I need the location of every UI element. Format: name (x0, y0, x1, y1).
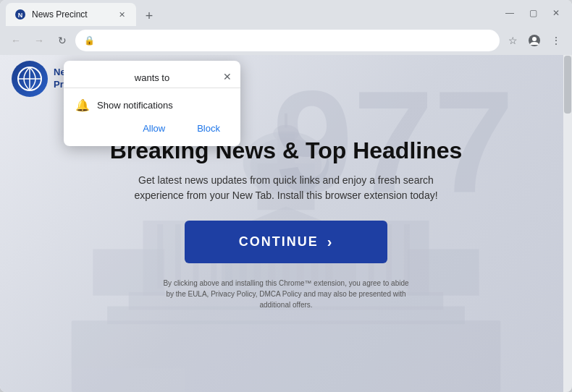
notification-popup: wants to ✕ 🔔 Show notifications Allow Bl… (64, 61, 240, 146)
continue-label: CONTINUE (239, 234, 319, 250)
tab-strip: N News Precinct ✕ + (6, 0, 500, 26)
popup-divider (64, 88, 240, 88)
logo-circle (12, 61, 48, 97)
chevron-icon: › (327, 234, 334, 250)
svg-rect-4 (72, 320, 501, 392)
back-button[interactable]: ← (6, 30, 26, 51)
tab-favicon: N (14, 9, 26, 20)
active-tab[interactable]: N News Precinct ✕ (6, 3, 136, 26)
bookmark-star-button[interactable]: ☆ (502, 30, 523, 51)
notification-label: Show notifications (97, 100, 173, 111)
maximize-button[interactable]: ▢ (523, 3, 543, 23)
minimize-button[interactable]: — (500, 3, 520, 23)
account-button[interactable] (524, 30, 544, 51)
omnibox[interactable]: 🔒 (75, 30, 500, 51)
popup-notification-row: 🔔 Show notifications (64, 94, 240, 119)
window-controls: — ▢ ✕ (500, 3, 566, 23)
popup-header: wants to ✕ (64, 67, 240, 88)
scrollbar-thumb[interactable] (564, 56, 571, 114)
forward-button[interactable]: → (29, 30, 49, 51)
svg-point-3 (532, 37, 537, 41)
browser-window: N News Precinct ✕ + — ▢ ✕ ← → ↻ 🔒 ☆ (0, 0, 572, 392)
block-button[interactable]: Block (185, 119, 232, 137)
title-bar: N News Precinct ✕ + — ▢ ✕ (0, 0, 572, 26)
tab-title: News Precinct (32, 9, 110, 20)
popup-actions: Allow Block (64, 119, 240, 137)
popup-close-button[interactable]: ✕ (220, 69, 235, 84)
popup-title: wants to (135, 72, 169, 83)
new-tab-button[interactable]: + (139, 6, 159, 26)
menu-button[interactable]: ⋮ (546, 30, 566, 51)
bell-icon: 🔔 (75, 98, 90, 112)
tab-close-button[interactable]: ✕ (116, 9, 127, 20)
refresh-button[interactable]: ↻ (52, 30, 72, 51)
page-subtitle: Get latest news updates from quick links… (134, 173, 438, 203)
page-logo: Ne Pr (12, 61, 66, 97)
toolbar-right: ☆ ⋮ (502, 30, 566, 51)
continue-button[interactable]: CONTINUE › (185, 221, 387, 263)
svg-text:N: N (18, 12, 23, 19)
page-content: Breaking News & Top Headlines Get latest… (0, 123, 572, 325)
address-bar: ← → ↻ 🔒 ☆ ⋮ (0, 26, 572, 55)
lock-icon: 🔒 (84, 35, 95, 46)
close-button[interactable]: ✕ (546, 3, 566, 23)
allow-button[interactable]: Allow (131, 119, 177, 137)
disclaimer-text: By clicking above and installing this Ch… (163, 278, 409, 310)
content-area: 977 (0, 55, 572, 392)
